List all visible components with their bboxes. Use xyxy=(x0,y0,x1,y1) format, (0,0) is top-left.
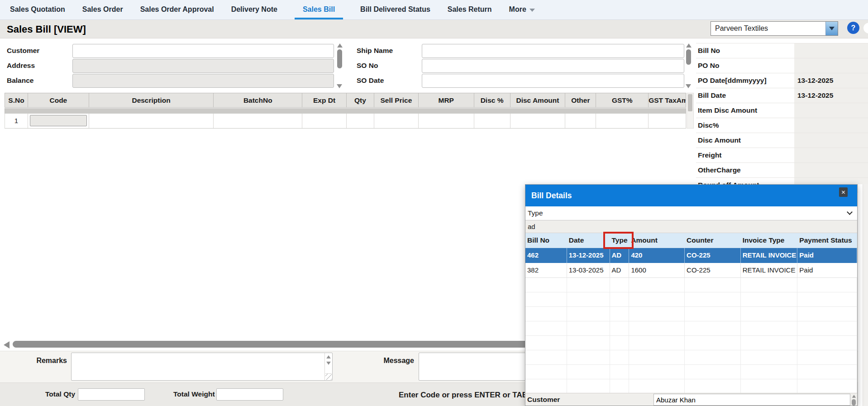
search-row[interactable] xyxy=(525,220,857,233)
amount-cell: 1600 xyxy=(629,263,685,277)
page-scrollbar-track[interactable] xyxy=(863,184,868,406)
summary-row-po-no: PO No xyxy=(696,58,868,73)
tab-sales-return[interactable]: Sales Return xyxy=(448,0,492,19)
so-no-input[interactable] xyxy=(422,59,684,73)
empty-row xyxy=(525,365,857,379)
close-icon: ✕ xyxy=(841,189,845,196)
remarks-textarea[interactable] xyxy=(71,353,333,381)
tab-delivery-note[interactable]: Delivery Note xyxy=(231,0,277,19)
summary-value[interactable] xyxy=(794,58,868,73)
close-button[interactable]: ✕ xyxy=(839,187,848,197)
modal-scrollbar[interactable] xyxy=(850,393,857,406)
resize-grip-icon[interactable] xyxy=(325,373,332,380)
summary-value[interactable] xyxy=(794,133,868,148)
total-qty-input[interactable] xyxy=(78,388,145,401)
company-selector-dropdown-button[interactable] xyxy=(825,22,838,35)
column-header-amount: Amount xyxy=(629,233,685,248)
column-header-counter: Counter xyxy=(685,233,741,248)
summary-value[interactable] xyxy=(794,148,868,162)
column-header: Code xyxy=(28,93,89,107)
scroll-up-icon[interactable] xyxy=(326,355,331,358)
mrp-cell[interactable] xyxy=(419,114,474,128)
other-cell[interactable] xyxy=(565,114,596,128)
grid-scrollbar[interactable] xyxy=(687,93,694,129)
gstpct-cell[interactable] xyxy=(596,114,649,128)
scroll-down-icon[interactable] xyxy=(326,362,331,365)
scrollbar-thumb[interactable] xyxy=(688,94,692,111)
summary-value[interactable] xyxy=(794,103,868,118)
notification-icon xyxy=(863,23,868,33)
empty-row xyxy=(525,321,857,336)
invoice-type-cell: RETAIL INVOICE xyxy=(741,263,798,277)
summary-row-item-disc-amount: Item Disc Amount xyxy=(696,103,868,118)
scrollbar-thumb[interactable] xyxy=(686,49,691,65)
scroll-left-icon[interactable] xyxy=(4,341,10,349)
tab-more[interactable]: More xyxy=(509,0,535,19)
scroll-up-icon[interactable] xyxy=(852,395,855,397)
company-selector-value: Parveen Textiles xyxy=(711,22,825,35)
scrollbar-thumb[interactable] xyxy=(852,399,856,406)
empty-row xyxy=(525,307,857,321)
bill-search-input[interactable] xyxy=(525,220,857,233)
column-header: Exp Dt xyxy=(302,93,347,107)
modal-header[interactable]: Bill Details ✕ xyxy=(525,185,857,206)
ship-name-input[interactable] xyxy=(422,44,684,58)
date-cell: 13-12-2025 xyxy=(567,248,610,263)
middle-form-scrollbar[interactable] xyxy=(685,43,692,88)
summary-value[interactable] xyxy=(794,163,868,177)
tab-sales-order-approval[interactable]: Sales Order Approval xyxy=(140,0,214,19)
total-weight-input[interactable] xyxy=(216,388,283,401)
tab-bill-delivered-status[interactable]: Bill Delivered Status xyxy=(360,0,430,19)
discpct-cell[interactable] xyxy=(474,114,510,128)
discamount-cell[interactable] xyxy=(510,114,566,128)
code-cell[interactable] xyxy=(28,114,89,128)
customer-input[interactable] xyxy=(72,44,334,58)
empty-row xyxy=(525,379,857,394)
summary-value[interactable] xyxy=(794,118,868,133)
main-nav-tabbar: Sales Quotation Sales Order Sales Order … xyxy=(0,0,868,20)
summary-label: Disc% xyxy=(696,118,794,133)
summary-label: Freight xyxy=(696,148,794,162)
summary-value[interactable] xyxy=(794,43,868,58)
textarea-scrollbar[interactable] xyxy=(324,353,332,380)
summary-value[interactable]: 13-12-2025 xyxy=(794,73,868,88)
scroll-down-icon[interactable] xyxy=(686,84,691,88)
company-selector[interactable]: Parveen Textiles xyxy=(711,21,838,36)
empty-row xyxy=(525,278,857,292)
expdt-cell[interactable] xyxy=(302,114,347,128)
summary-label: Item Disc Amount xyxy=(696,103,794,118)
invoice-type-cell: RETAIL INVOICE xyxy=(741,248,798,263)
so-date-input[interactable] xyxy=(422,74,684,88)
modal-customer-input[interactable] xyxy=(653,394,850,406)
bill-row[interactable]: 382 13-03-2025 AD 1600 CO-225 RETAIL INV… xyxy=(525,263,857,278)
total-qty-label: Total Qty xyxy=(45,390,75,398)
summary-value[interactable]: 13-12-2025 xyxy=(794,88,868,103)
annotation-highlight-box xyxy=(603,232,634,249)
scrollbar-thumb[interactable] xyxy=(337,49,342,68)
bill-row-selected[interactable]: 462 13-12-2025 AD 420 CO-225 RETAIL INVO… xyxy=(525,248,857,263)
scroll-down-icon[interactable] xyxy=(337,84,342,88)
type-filter-select[interactable]: Type xyxy=(525,206,857,220)
scroll-up-icon[interactable] xyxy=(337,43,343,48)
description-cell[interactable] xyxy=(89,114,214,128)
sellprice-cell[interactable] xyxy=(374,114,419,128)
help-button[interactable]: ? xyxy=(847,22,859,34)
left-form-scrollbar[interactable] xyxy=(336,43,343,88)
customer-label: Customer xyxy=(7,43,39,58)
dropdown-arrow-icon xyxy=(829,27,835,30)
tab-sales-order[interactable]: Sales Order xyxy=(82,0,123,19)
gsttaxamt-cell[interactable] xyxy=(649,114,686,128)
remarks-label: Remarks xyxy=(27,357,67,365)
tab-sales-bill[interactable]: Sales Bill xyxy=(295,0,343,19)
summary-row-bill-date: Bill Date 13-12-2025 xyxy=(696,88,868,103)
tab-sales-quotation[interactable]: Sales Quotation xyxy=(10,0,65,19)
code-input[interactable] xyxy=(30,115,87,126)
batchno-cell[interactable] xyxy=(214,114,302,128)
grid-divider-strip xyxy=(5,108,686,114)
scroll-up-icon[interactable] xyxy=(686,43,692,48)
chevron-down-icon xyxy=(847,209,853,215)
title-bar: Sales Bill [VIEW] Parveen Textiles ? xyxy=(0,20,868,38)
item-grid-row-1: 1 xyxy=(5,114,686,129)
so-no-label: SO No xyxy=(357,58,378,73)
qty-cell[interactable] xyxy=(347,114,374,128)
